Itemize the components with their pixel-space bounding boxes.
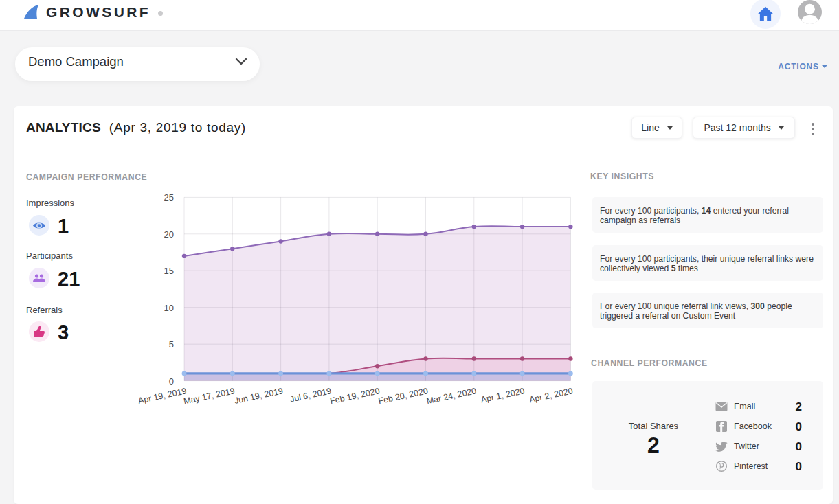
svg-text:Feb 19, 2020: Feb 19, 2020 (329, 386, 381, 406)
svg-text:10: 10 (164, 303, 174, 313)
svg-text:Apr 2, 2020: Apr 2, 2020 (528, 386, 574, 404)
svg-text:Feb 20, 2020: Feb 20, 2020 (377, 386, 429, 406)
svg-text:Apr 1, 2020: Apr 1, 2020 (480, 386, 526, 404)
svg-text:Jul 6, 2019: Jul 6, 2019 (289, 386, 333, 404)
svg-text:5: 5 (169, 339, 174, 350)
svg-text:20: 20 (164, 229, 174, 240)
svg-text:May 17, 2019: May 17, 2019 (183, 386, 236, 406)
svg-text:0: 0 (169, 376, 174, 387)
svg-text:Mar 24, 2020: Mar 24, 2020 (425, 386, 477, 406)
svg-text:Apr 19, 2019: Apr 19, 2019 (137, 386, 188, 406)
svg-text:25: 25 (164, 192, 174, 203)
svg-text:15: 15 (164, 266, 174, 276)
svg-text:Jun 19, 2019: Jun 19, 2019 (234, 386, 284, 406)
